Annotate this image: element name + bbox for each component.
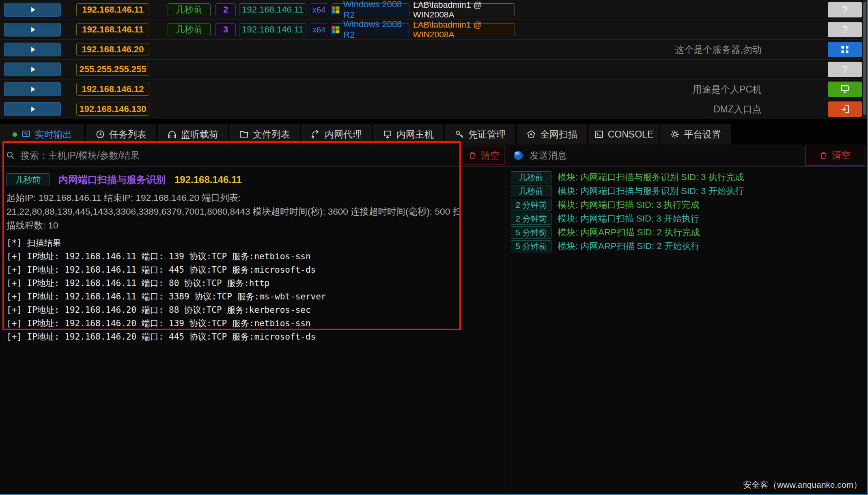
play-icon xyxy=(28,85,37,94)
tab-console[interactable]: CONSOLE xyxy=(588,124,659,144)
message-text: 模块: 内网端口扫描 SID: 3 执行完成 xyxy=(558,199,700,211)
internal-ip-badge: 192.168.146.11 xyxy=(239,3,306,16)
tab-internal-hosts[interactable]: 内网主机 xyxy=(373,124,444,144)
result-line: [+] IP地址: 192.168.146.11 端口: 445 协议:TCP … xyxy=(6,263,499,277)
tab-task-list[interactable]: 任务列表 xyxy=(86,124,156,144)
computer-icon xyxy=(383,129,392,139)
windows-logo-icon xyxy=(332,26,340,34)
host-ip-badge[interactable]: 192.168.146.130 xyxy=(76,103,149,116)
message-row: 5 分钟前 模块: 内网ARP扫描 SID: 2 执行完成 xyxy=(511,226,862,239)
play-button[interactable] xyxy=(4,82,61,96)
message-time-badge: 5 分钟前 xyxy=(511,240,551,252)
os-label: Windows 2008 R2 xyxy=(343,0,409,20)
play-button[interactable] xyxy=(4,43,61,56)
result-line: [+] IP地址: 192.168.146.11 端口: 3389 协议:TCP… xyxy=(6,290,499,303)
message-list: 几秒前 模块: 内网端口扫描与服务识别 SID: 3 执行完成 几秒前 模块: … xyxy=(506,167,867,257)
search-input[interactable] xyxy=(20,150,500,161)
scrollbar-thumb[interactable] xyxy=(863,2,866,115)
entry-target-ip: 192.168.146.11 xyxy=(174,174,242,185)
play-button[interactable] xyxy=(4,62,61,76)
host-row: 192.168.146.20 这个是个服务器,勿动 xyxy=(0,40,863,60)
monitor-icon xyxy=(840,84,850,95)
message-text: 模块: 内网端口扫描与服务识别 SID: 3 开始执行 xyxy=(558,185,744,197)
clear-label: 清空 xyxy=(832,149,851,161)
realtime-output-icon xyxy=(21,129,31,139)
tab-realtime-output[interactable]: 实时输出 xyxy=(0,124,84,144)
scan-result-block: [*] 扫描结果 [+] IP地址: 192.168.146.11 端口: 13… xyxy=(6,237,499,344)
tab-label: 内网代理 xyxy=(325,128,362,141)
tab-label: 平台设置 xyxy=(684,128,721,141)
clear-output-button[interactable]: 清空 xyxy=(463,146,505,165)
tab-label: 任务列表 xyxy=(109,128,146,141)
host-ip-badge[interactable]: 192.168.146.20 xyxy=(76,43,149,56)
pc-type-button[interactable] xyxy=(828,82,862,97)
watermark: 安全客（www.anquanke.com） xyxy=(743,479,862,491)
server-icon xyxy=(840,44,850,55)
realtime-output-panel: 清空 几秒前 内网端口扫描与服务识别 192.168.146.11 起始IP: … xyxy=(0,144,506,494)
tab-label: 全网扫描 xyxy=(540,128,577,141)
host-ip-badge[interactable]: 255.255.255.255 xyxy=(76,63,149,76)
play-icon xyxy=(28,5,37,14)
result-line: [*] 扫描结果 xyxy=(6,237,499,250)
terminal-icon xyxy=(594,129,604,139)
tab-listeners[interactable]: 监听载荷 xyxy=(157,124,228,144)
host-ip-badge[interactable]: 192.168.146.11 xyxy=(76,3,149,16)
play-icon xyxy=(28,45,37,54)
tab-proxy[interactable]: 内网代理 xyxy=(301,124,372,144)
key-icon xyxy=(454,129,464,139)
tab-credentials[interactable]: 凭证管理 xyxy=(445,124,515,144)
arch-badge: x64 xyxy=(310,23,328,36)
last-seen-badge: 几秒前 xyxy=(168,3,211,16)
headphones-icon xyxy=(167,129,177,139)
host-ip-badge[interactable]: 192.168.146.12 xyxy=(76,83,149,96)
message-row: 2 分钟前 模块: 内网端口扫描 SID: 3 执行完成 xyxy=(511,198,862,212)
host-row: 255.255.255.255 ? xyxy=(0,60,863,80)
tab-label: 监听载荷 xyxy=(181,128,218,141)
output-log: 几秒前 内网端口扫描与服务识别 192.168.146.11 起始IP: 192… xyxy=(0,167,506,344)
host-row: 192.168.146.11 几秒前 3 192.168.146.11 x64 … xyxy=(0,20,863,40)
user-badge: LAB\labadmin1 @ WIN2008A xyxy=(413,3,515,16)
os-badge: Windows 2008 R2 xyxy=(332,3,409,16)
tab-settings[interactable]: 平台设置 xyxy=(660,124,731,144)
unknown-action-button[interactable]: ? xyxy=(828,62,862,77)
play-icon xyxy=(28,105,37,114)
host-row: 192.168.146.12 用途是个人PC机 xyxy=(0,80,863,99)
tab-network-scan[interactable]: 全网扫描 xyxy=(517,124,587,144)
entry-point-button[interactable] xyxy=(828,101,862,117)
message-header: 清空 xyxy=(506,144,867,167)
message-text: 模块: 内网ARP扫描 SID: 2 开始执行 xyxy=(558,240,700,252)
host-ip-badge[interactable]: 192.168.146.11 xyxy=(76,23,149,36)
trash-icon xyxy=(468,151,477,160)
tab-label: 凭证管理 xyxy=(468,128,506,141)
session-id-badge: 3 xyxy=(215,23,236,36)
user-badge: LAB\labadmin1 @ WIN2008A xyxy=(413,23,515,36)
result-line: [+] IP地址: 192.168.146.20 端口: 445 协议:TCP … xyxy=(6,330,499,344)
tab-file-list[interactable]: 文件列表 xyxy=(229,124,300,144)
clear-messages-button[interactable]: 清空 xyxy=(805,145,864,166)
play-button[interactable] xyxy=(4,23,61,37)
folder-icon xyxy=(239,129,249,139)
result-line: [+] IP地址: 192.168.146.20 端口: 88 协议:TCP 服… xyxy=(6,303,499,317)
globe-icon xyxy=(513,150,524,161)
unknown-action-button[interactable]: ? xyxy=(828,2,862,17)
search-bar: 清空 xyxy=(0,144,506,167)
play-button[interactable] xyxy=(4,102,61,116)
server-type-button[interactable] xyxy=(828,42,862,57)
log-entry-header: 几秒前 内网端口扫描与服务识别 192.168.146.11 xyxy=(6,173,499,186)
unknown-action-button[interactable]: ? xyxy=(828,22,862,37)
last-seen-badge: 几秒前 xyxy=(168,23,211,36)
play-button[interactable] xyxy=(4,3,61,17)
tab-bar: 实时输出 任务列表 监听载荷 文件列表 内网代理 内网主机 xyxy=(0,119,868,144)
os-badge: Windows 2008 R2 xyxy=(332,23,409,36)
host-row: 192.168.146.11 几秒前 2 192.168.146.11 x64 … xyxy=(0,0,863,20)
content-area: 清空 几秒前 内网端口扫描与服务识别 192.168.146.11 起始IP: … xyxy=(0,144,867,494)
spider-icon xyxy=(526,129,536,139)
gear-icon xyxy=(670,129,680,139)
message-text: 模块: 内网ARP扫描 SID: 2 执行完成 xyxy=(558,226,700,239)
message-time-badge: 几秒前 xyxy=(511,171,551,183)
entry-time-badge: 几秒前 xyxy=(6,173,50,186)
result-line: [+] IP地址: 192.168.146.20 端口: 139 协议:TCP … xyxy=(6,317,499,330)
message-row: 2 分钟前 模块: 内网端口扫描 SID: 3 开始执行 xyxy=(511,212,862,226)
host-row: 192.168.146.130 DMZ入口点 xyxy=(0,99,863,119)
message-row: 几秒前 模块: 内网端口扫描与服务识别 SID: 3 开始执行 xyxy=(511,184,862,198)
